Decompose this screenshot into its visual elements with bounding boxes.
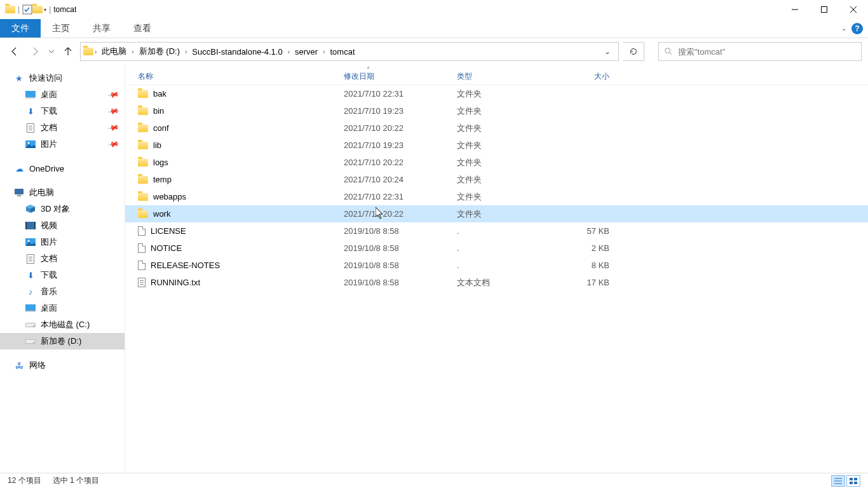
file-type: 文件夹 xyxy=(457,105,553,117)
cube-icon xyxy=(25,204,36,214)
sidebar-item-documents[interactable]: 文档 📌 xyxy=(0,119,125,136)
status-bar: 12 个项目 选中 1 个项目 xyxy=(0,473,868,488)
sidebar-label: 新加卷 (D:) xyxy=(41,336,81,347)
sidebar-quick-access[interactable]: ★ 快速访问 xyxy=(0,70,125,86)
file-row[interactable]: work2021/7/10 20:22文件夹 xyxy=(125,205,868,222)
file-type: 文件夹 xyxy=(457,174,553,186)
sidebar-item-pictures[interactable]: 图片 📌 xyxy=(0,136,125,152)
sidebar-item-downloads[interactable]: ⬇ 下载 📌 xyxy=(0,103,125,119)
download-icon: ⬇ xyxy=(25,270,36,280)
ribbon-collapse-icon[interactable]: ⌄ xyxy=(841,25,846,32)
address-bar[interactable]: › 此电脑 › 新加卷 (D:) › SuccBI-standalone-4.1… xyxy=(80,42,619,61)
tab-share[interactable]: 共享 xyxy=(81,19,122,37)
qa-dropdown-caret[interactable]: ▾ xyxy=(44,7,46,13)
col-name[interactable]: 名称 xyxy=(138,71,344,82)
svg-point-10 xyxy=(28,142,30,144)
sidebar-item[interactable]: 本地磁盘 (C:) xyxy=(0,316,125,333)
svg-rect-12 xyxy=(17,195,21,196)
crumb-server[interactable]: server xyxy=(291,43,322,60)
qa-folder-icon[interactable] xyxy=(32,4,43,15)
sidebar-item-desktop[interactable]: 桌面 📌 xyxy=(0,86,125,103)
file-row[interactable]: RELEASE-NOTES2019/10/8 8:58.8 KB xyxy=(125,257,868,274)
file-row[interactable]: bin2021/7/10 19:23文件夹 xyxy=(125,102,868,119)
sidebar-item[interactable]: ♪音乐 xyxy=(0,283,125,300)
chevron-right-icon[interactable]: › xyxy=(287,48,291,55)
qa-checkbox-icon[interactable] xyxy=(22,4,32,15)
col-size[interactable]: 大小 xyxy=(553,71,609,82)
search-input[interactable] xyxy=(678,47,856,57)
svg-rect-11 xyxy=(15,189,24,194)
file-row[interactable]: conf2021/7/10 20:22文件夹 xyxy=(125,119,868,137)
sidebar-label: 视频 xyxy=(41,220,57,231)
view-details-button[interactable] xyxy=(831,475,845,487)
chevron-right-icon[interactable]: › xyxy=(184,48,188,55)
crumb-thispc[interactable]: 此电脑 xyxy=(98,43,130,60)
refresh-button[interactable] xyxy=(623,42,644,61)
crumb-app[interactable]: SuccBI-standalone-4.1.0 xyxy=(188,43,286,60)
col-date[interactable]: 修改日期 xyxy=(344,71,457,82)
recent-locations-button[interactable] xyxy=(47,43,56,60)
crumb-drive[interactable]: 新加卷 (D:) xyxy=(135,43,184,60)
maximize-button[interactable] xyxy=(810,0,839,19)
file-row[interactable]: NOTICE2019/10/8 8:58.2 KB xyxy=(125,240,868,257)
up-button[interactable] xyxy=(60,43,76,60)
file-row[interactable]: lib2021/7/10 19:23文件夹 xyxy=(125,137,868,154)
tab-home[interactable]: 主页 xyxy=(41,19,81,37)
sidebar-item[interactable]: 图片 xyxy=(0,234,125,250)
file-type: . xyxy=(457,226,553,236)
file-row[interactable]: LICENSE2019/10/8 8:58.57 KB xyxy=(125,222,868,240)
folder-icon xyxy=(138,176,148,184)
file-name: lib xyxy=(153,140,161,150)
back-button[interactable] xyxy=(6,43,23,60)
file-name: webapps xyxy=(153,192,186,201)
sidebar-item[interactable]: 视频 xyxy=(0,217,125,234)
file-icon xyxy=(138,243,146,253)
close-button[interactable] xyxy=(839,0,868,19)
col-type[interactable]: 类型 xyxy=(457,71,553,82)
file-type: 文件夹 xyxy=(457,208,553,220)
file-row[interactable]: webapps2021/7/10 22:31文件夹 xyxy=(125,188,868,205)
chevron-right-icon[interactable]: › xyxy=(322,48,326,55)
sidebar-label: 桌面 xyxy=(41,302,57,314)
file-type: 文件夹 xyxy=(457,88,553,100)
file-tab[interactable]: 文件 xyxy=(0,19,41,37)
file-date: 2021/7/10 19:23 xyxy=(344,106,457,116)
pin-icon: 📌 xyxy=(107,88,119,101)
file-type: . xyxy=(457,261,553,270)
search-box[interactable] xyxy=(658,42,862,61)
address-dropdown-icon[interactable]: ⌄ xyxy=(599,47,616,56)
file-row[interactable]: temp2021/7/10 20:24文件夹 xyxy=(125,171,868,188)
sidebar-item[interactable]: 文档 xyxy=(0,250,125,267)
file-size: 2 KB xyxy=(553,243,609,253)
sidebar-item[interactable]: 新加卷 (D:) xyxy=(0,333,125,349)
sidebar-onedrive[interactable]: ☁ OneDrive xyxy=(0,160,125,177)
svg-point-22 xyxy=(33,325,34,327)
svg-rect-13 xyxy=(25,222,36,229)
file-date: 2021/7/10 22:31 xyxy=(344,89,457,98)
sidebar-this-pc[interactable]: 此电脑 xyxy=(0,184,125,201)
file-row[interactable]: bak2021/7/10 22:31文件夹 xyxy=(125,85,868,102)
file-row[interactable]: logs2021/7/10 20:22文件夹 xyxy=(125,154,868,171)
chevron-right-icon[interactable]: › xyxy=(93,48,98,55)
minimize-button[interactable] xyxy=(780,0,810,19)
chevron-right-icon[interactable]: › xyxy=(130,48,135,55)
sidebar-network[interactable]: 🖧 网络 xyxy=(0,357,125,374)
file-date: 2019/10/8 8:58 xyxy=(344,226,457,236)
file-name: logs xyxy=(153,158,168,167)
sidebar-item[interactable]: ⬇下载 xyxy=(0,267,125,283)
view-thumbnails-button[interactable] xyxy=(846,475,860,487)
sidebar-item[interactable]: 桌面 xyxy=(0,300,125,316)
file-date: 2021/7/10 19:23 xyxy=(344,140,457,150)
file-row[interactable]: RUNNING.txt2019/10/8 8:58文本文档17 KB xyxy=(125,274,868,291)
sidebar-item[interactable]: 3D 对象 xyxy=(0,201,125,217)
help-button[interactable]: ? xyxy=(851,23,863,34)
file-date: 2021/7/10 22:31 xyxy=(344,192,457,201)
folder-icon xyxy=(138,159,148,166)
sidebar-label: 网络 xyxy=(29,360,46,371)
music-icon: ♪ xyxy=(25,287,36,297)
svg-point-25 xyxy=(33,342,34,343)
tab-view[interactable]: 查看 xyxy=(122,19,163,37)
file-type: 文件夹 xyxy=(457,157,553,168)
crumb-tomcat[interactable]: tomcat xyxy=(327,43,359,60)
forward-button[interactable] xyxy=(27,43,43,60)
